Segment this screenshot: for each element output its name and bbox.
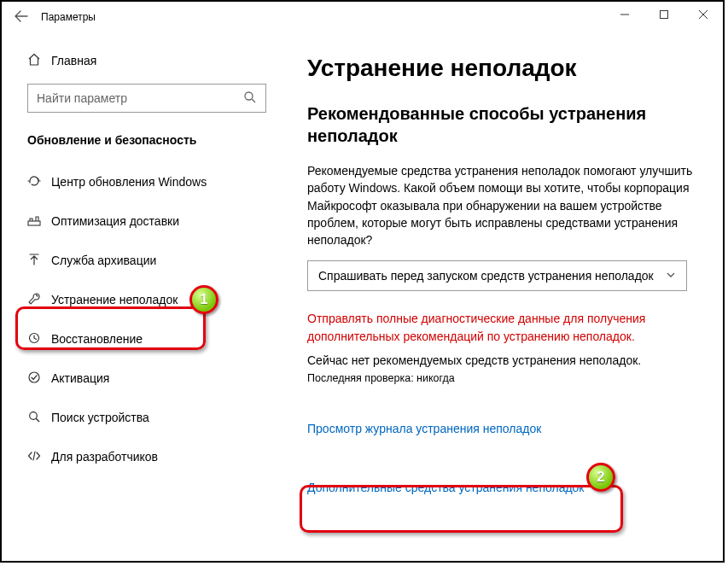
sidebar: Главная Найти параметр Обновление и безо… bbox=[2, 44, 275, 561]
sidebar-item-developers[interactable]: Для разработчиков bbox=[27, 437, 275, 476]
link-additional-troubleshooters[interactable]: Дополнительные средства устранения непол… bbox=[307, 481, 585, 494]
search-icon bbox=[243, 90, 257, 107]
page-title: Устранение неполадок bbox=[307, 55, 706, 82]
last-check-text: Последняя проверка: никогда bbox=[307, 372, 706, 384]
sidebar-item-activation[interactable]: Активация bbox=[27, 359, 275, 398]
sidebar-item-backup[interactable]: Служба архивации bbox=[27, 241, 275, 280]
back-button[interactable] bbox=[2, 10, 41, 25]
delivery-icon bbox=[27, 213, 51, 230]
home-icon bbox=[27, 53, 51, 69]
backup-icon bbox=[27, 253, 51, 269]
close-button[interactable] bbox=[684, 2, 723, 27]
update-icon bbox=[27, 174, 51, 190]
sidebar-item-recovery[interactable]: Восстановление bbox=[27, 319, 275, 359]
svg-point-7 bbox=[30, 411, 38, 419]
sidebar-item-label: Активация bbox=[51, 371, 109, 385]
chevron-down-icon bbox=[666, 269, 676, 283]
sidebar-item-label: Для разработчиков bbox=[51, 450, 158, 464]
minimize-button[interactable] bbox=[605, 2, 644, 27]
sidebar-item-label: Устранение неполадок bbox=[51, 293, 178, 306]
sidebar-home-label: Главная bbox=[51, 54, 96, 67]
sidebar-item-label: Служба архивации bbox=[51, 254, 156, 267]
svg-point-6 bbox=[29, 372, 39, 382]
diagnostic-warning: Отправлять полные диагностические данные… bbox=[307, 310, 706, 345]
search-placeholder: Найти параметр bbox=[37, 91, 127, 105]
content: Устранение неполадок Рекомендованные спо… bbox=[307, 55, 706, 561]
sidebar-home[interactable]: Главная bbox=[27, 44, 275, 77]
find-device-icon bbox=[27, 410, 51, 426]
activation-icon bbox=[27, 371, 51, 387]
sidebar-item-label: Оптимизация доставки bbox=[51, 214, 179, 228]
svg-point-2 bbox=[245, 92, 253, 100]
section-heading: Рекомендованные способы устранения непол… bbox=[307, 102, 706, 147]
sidebar-item-find-device[interactable]: Поиск устройства bbox=[27, 398, 275, 437]
sidebar-item-label: Восстановление bbox=[51, 332, 143, 346]
recovery-icon bbox=[27, 331, 51, 347]
sidebar-section-title: Обновление и безопасность bbox=[27, 133, 275, 147]
search-input[interactable]: Найти параметр bbox=[27, 84, 266, 113]
developers-icon bbox=[27, 449, 51, 465]
svg-rect-1 bbox=[661, 11, 668, 19]
dropdown-value: Спрашивать перед запуском средств устран… bbox=[318, 269, 654, 283]
troubleshoot-pref-dropdown[interactable]: Спрашивать перед запуском средств устран… bbox=[307, 260, 687, 291]
sidebar-nav: Центр обновления Windows Оптимизация дос… bbox=[27, 162, 275, 476]
sidebar-item-label: Поиск устройства bbox=[51, 411, 149, 424]
section-body: Рекомендуемые средства устранения непола… bbox=[307, 162, 706, 248]
troubleshoot-icon bbox=[27, 292, 51, 308]
sidebar-item-windows-update[interactable]: Центр обновления Windows bbox=[27, 162, 275, 201]
svg-line-8 bbox=[36, 418, 39, 422]
link-view-history[interactable]: Просмотр журнала устранения неполадок bbox=[307, 422, 541, 435]
sidebar-item-delivery-optimization[interactable]: Оптимизация доставки bbox=[27, 201, 275, 241]
status-text: Сейчас нет рекомендуемых средств устране… bbox=[307, 353, 706, 367]
sidebar-item-troubleshoot[interactable]: Устранение неполадок bbox=[27, 280, 275, 319]
svg-rect-4 bbox=[28, 221, 40, 225]
sidebar-item-label: Центр обновления Windows bbox=[51, 175, 207, 189]
svg-line-3 bbox=[252, 99, 255, 102]
window-title: Параметры bbox=[41, 11, 96, 23]
titlebar: Параметры bbox=[2, 2, 723, 32]
maximize-button[interactable] bbox=[644, 2, 684, 27]
